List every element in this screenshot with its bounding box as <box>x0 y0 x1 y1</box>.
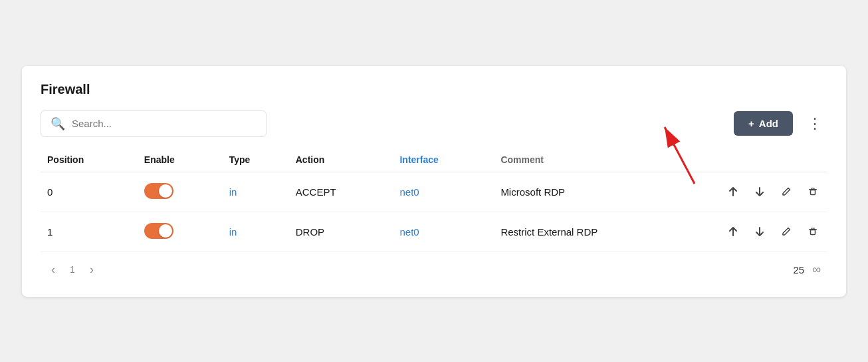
arrow-down-icon <box>754 186 765 197</box>
cell-action-1: DROP <box>289 212 393 252</box>
col-header-enable: Enable <box>138 149 223 172</box>
arrow-up-icon <box>728 186 738 197</box>
delete-button-1[interactable] <box>805 224 821 240</box>
svg-rect-1 <box>811 190 815 195</box>
cell-type-1: in <box>223 212 289 252</box>
page-size-selector: 25 ∞ <box>793 263 821 277</box>
col-header-interface: Interface <box>393 149 494 172</box>
edit-button-0[interactable] <box>778 184 794 200</box>
cell-action-0: ACCEPT <box>289 172 393 212</box>
edit-icon <box>781 226 792 237</box>
row-actions-0 <box>714 184 821 200</box>
edit-icon <box>781 186 792 197</box>
move-down-button-1[interactable] <box>752 224 768 240</box>
edit-button-1[interactable] <box>778 224 794 240</box>
table-footer: ‹ 1 › 25 ∞ <box>41 252 827 281</box>
cell-type-0: in <box>223 172 289 212</box>
page-number: 1 <box>66 264 79 275</box>
prev-page-button[interactable]: ‹ <box>47 262 59 278</box>
add-icon: + <box>748 118 754 129</box>
table-row: 1 in DROP net0 Restrict External RDP <box>41 212 827 252</box>
trash-icon <box>808 226 818 237</box>
trash-icon <box>808 186 818 197</box>
col-header-action: Action <box>289 149 393 172</box>
toggle-enable-1[interactable] <box>144 223 173 239</box>
firewall-table: Position Enable Type Action Interface Co… <box>41 149 827 252</box>
cell-position-0: 0 <box>41 172 138 212</box>
cell-interface-1: net0 <box>393 212 494 252</box>
move-down-button-0[interactable] <box>752 184 768 200</box>
infinity-icon: ∞ <box>812 263 821 277</box>
col-header-comment: Comment <box>494 149 708 172</box>
delete-button-0[interactable] <box>805 184 821 200</box>
cell-comment-0: Microsoft RDP <box>494 172 708 212</box>
col-header-position: Position <box>41 149 138 172</box>
add-label: Add <box>759 118 778 129</box>
cell-position-1: 1 <box>41 212 138 252</box>
col-header-type: Type <box>223 149 289 172</box>
toolbar: 🔍 + Add ⋮ <box>41 110 827 137</box>
col-header-actions <box>708 149 827 172</box>
pagination: ‹ 1 › <box>47 262 98 278</box>
toggle-enable-0[interactable] <box>144 183 173 199</box>
row-actions-1 <box>714 224 821 240</box>
cell-comment-1: Restrict External RDP <box>494 212 708 252</box>
firewall-card: Firewall 🔍 + Add ⋮ Position Enable Type … <box>22 66 846 297</box>
cell-actions-1 <box>708 212 827 252</box>
table-row: 0 in ACCEPT net0 Microsoft RDP <box>41 172 827 212</box>
move-up-button-1[interactable] <box>725 224 741 240</box>
more-options-button[interactable]: ⋮ <box>802 112 827 135</box>
page-size-value: 25 <box>793 264 804 275</box>
search-input[interactable] <box>72 118 257 129</box>
cell-enable-0 <box>138 172 223 212</box>
add-button[interactable]: + Add <box>734 111 793 136</box>
search-box: 🔍 <box>41 110 267 137</box>
svg-rect-5 <box>811 230 815 235</box>
arrow-up-icon <box>728 226 738 237</box>
cell-actions-0 <box>708 172 827 212</box>
cell-interface-0: net0 <box>393 172 494 212</box>
page-title: Firewall <box>41 82 827 97</box>
next-page-button[interactable]: › <box>86 262 98 278</box>
search-icon: 🔍 <box>51 116 65 131</box>
cell-enable-1 <box>138 212 223 252</box>
toolbar-right: + Add ⋮ <box>734 111 827 136</box>
arrow-down-icon <box>754 226 765 237</box>
move-up-button-0[interactable] <box>725 184 741 200</box>
